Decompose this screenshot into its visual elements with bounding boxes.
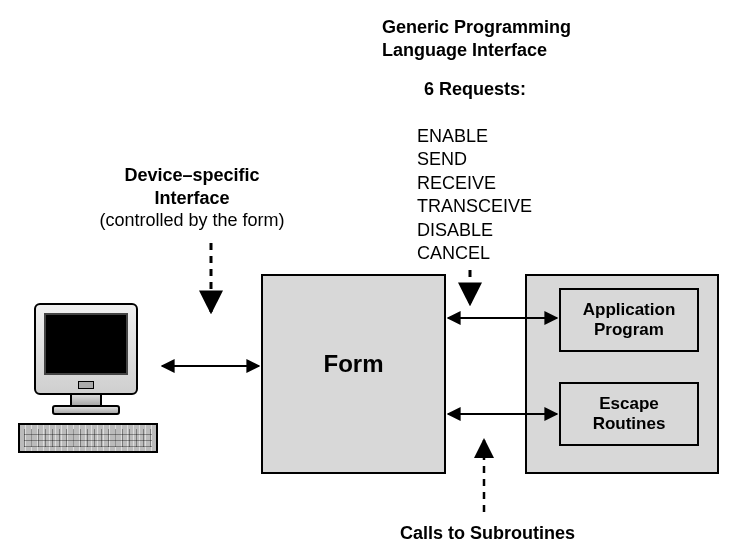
diagram-stage: Generic Programming Language Interface 6… <box>0 0 740 554</box>
request-item: SEND <box>417 148 532 171</box>
calls-to-subroutines-label: Calls to Subroutines <box>400 522 575 545</box>
escape-routines-line1: Escape <box>599 394 659 413</box>
device-interface-line3: (controlled by the form) <box>99 210 284 230</box>
device-interface-label: Device–specific Interface (controlled by… <box>77 164 307 232</box>
application-program-block: Application Program <box>559 288 699 352</box>
header-title: Generic Programming Language Interface <box>382 16 571 61</box>
escape-routines-block: Escape Routines <box>559 382 699 446</box>
device-interface-line1: Device–specific <box>124 165 259 185</box>
request-item: DISABLE <box>417 219 532 242</box>
header-title-line2: Language Interface <box>382 40 547 60</box>
request-item: CANCEL <box>417 242 532 265</box>
request-item: RECEIVE <box>417 172 532 195</box>
escape-routines-line2: Routines <box>593 414 666 433</box>
computer-icon <box>18 303 158 458</box>
device-interface-line2: Interface <box>154 188 229 208</box>
request-item: ENABLE <box>417 125 532 148</box>
header-title-line1: Generic Programming <box>382 17 571 37</box>
application-program-line2: Program <box>594 320 664 339</box>
requests-heading: 6 Requests: <box>424 78 526 101</box>
requests-list: ENABLE SEND RECEIVE TRANSCEIVE DISABLE C… <box>417 125 532 265</box>
form-block-label: Form <box>261 350 446 378</box>
request-item: TRANSCEIVE <box>417 195 532 218</box>
application-program-line1: Application <box>583 300 676 319</box>
